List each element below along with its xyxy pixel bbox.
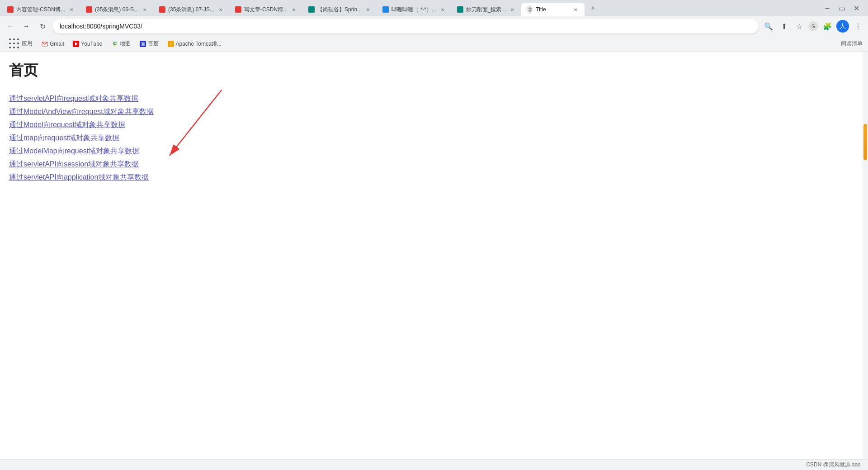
- tomcat-bookmark[interactable]: T Apache Tomcat®...: [164, 39, 225, 49]
- maps-bookmark[interactable]: 地图: [108, 38, 134, 49]
- bookmarks-bar: 应用 Gmail YouTube 地图: [0, 36, 868, 52]
- tab-close-2[interactable]: ✕: [141, 6, 148, 13]
- tab-close-3[interactable]: ✕: [217, 6, 224, 13]
- browser-window: 内容管理-CSDN博... ✕ (35条消息) 06-S... ✕ (35条消息…: [0, 0, 868, 470]
- page-content: 首页 通过servletAPI向request域对象共享数据 通过ModelAn…: [0, 52, 868, 459]
- gmail-bookmark[interactable]: Gmail: [38, 39, 67, 49]
- tab-label-1: 内容管理-CSDN博...: [16, 6, 65, 14]
- more-options-icon[interactable]: ⋮: [852, 20, 864, 33]
- tab-favicon-7: [457, 6, 463, 13]
- forward-button[interactable]: →: [20, 20, 33, 33]
- status-text: CSDN @清风微凉 aaa: [806, 461, 861, 469]
- window-controls: – ▭ ✕: [821, 2, 866, 14]
- new-tab-button[interactable]: +: [586, 2, 599, 14]
- profile-avatar[interactable]: 人: [836, 20, 849, 33]
- svg-point-10: [114, 43, 115, 44]
- apps-grid-icon: [9, 38, 20, 49]
- baidu-icon: 百: [140, 41, 146, 47]
- extensions-icon[interactable]: 🧩: [821, 20, 834, 33]
- link-2[interactable]: 通过ModelAndView向request域对象共享数据: [9, 107, 154, 117]
- address-bar: ← → ↻ 🔍 ⬆ ☆ G 🧩 人 ⋮: [0, 16, 868, 36]
- maps-label: 地图: [120, 40, 131, 47]
- tab-label-2: (35条消息) 06-S...: [95, 6, 138, 14]
- share-icon[interactable]: ⬆: [778, 20, 790, 33]
- tab-close-6[interactable]: ✕: [439, 6, 446, 13]
- tab-favicon-1: [7, 6, 14, 13]
- toolbar-icons: 🔍 ⬆ ☆ G 🧩 人 ⋮: [762, 20, 864, 33]
- tab-label-6: 哔哩哔哩（ *-*）...: [392, 6, 436, 14]
- link-list: 通过servletAPI向request域对象共享数据 通过ModelAndVi…: [9, 94, 859, 182]
- apps-bookmark[interactable]: 应用: [5, 37, 36, 51]
- tab-label-8: Title: [536, 6, 569, 13]
- youtube-icon: [73, 41, 79, 47]
- link-3[interactable]: 通过Model向request域对象共享数据: [9, 120, 125, 130]
- youtube-bookmark[interactable]: YouTube: [69, 39, 106, 49]
- tab-close-5[interactable]: ✕: [364, 6, 372, 13]
- back-button[interactable]: ←: [4, 20, 16, 33]
- tab-favicon-6: [382, 6, 389, 13]
- tomcat-label: Apache Tomcat®...: [176, 41, 222, 47]
- gmail-icon: [42, 41, 48, 47]
- svg-text:G: G: [811, 24, 815, 29]
- link-5[interactable]: 通过ModelMap向request域对象共享数据: [9, 147, 139, 156]
- refresh-button[interactable]: ↻: [36, 20, 49, 33]
- tab-favicon-3: [159, 6, 165, 13]
- tab-favicon-5: [308, 6, 315, 13]
- svg-text:百: 百: [141, 42, 145, 47]
- tab-4[interactable]: 写文章-CSDN博... ✕: [230, 3, 303, 16]
- tab-3[interactable]: (35条消息) 07-JS... ✕: [154, 3, 230, 16]
- minimize-button[interactable]: –: [821, 2, 834, 14]
- status-bar: CSDN @清风微凉 aaa: [0, 459, 868, 470]
- tab-5[interactable]: 【尚硅谷】Sprin... ✕: [303, 3, 377, 16]
- tab-favicon-4: [235, 6, 241, 13]
- tab-8[interactable]: Title ✕: [521, 3, 585, 16]
- apps-label: 应用: [22, 40, 33, 47]
- tab-favicon-8: [527, 6, 533, 13]
- bookmark-star-icon[interactable]: ☆: [793, 20, 806, 33]
- baidu-bookmark[interactable]: 百 百度: [136, 38, 162, 49]
- tab-label-4: 写文章-CSDN博...: [244, 6, 288, 14]
- link-4[interactable]: 通过map向request域对象共享数据: [9, 133, 120, 143]
- reading-list[interactable]: 阅读清单: [841, 40, 863, 47]
- tab-close-8[interactable]: ✕: [572, 6, 579, 13]
- maximize-button[interactable]: ▭: [835, 2, 848, 14]
- url-input[interactable]: [52, 19, 759, 33]
- svg-text:T: T: [170, 43, 172, 47]
- youtube-label: YouTube: [81, 41, 102, 47]
- link-7[interactable]: 通过servletAPI向application域对象共享数据: [9, 173, 149, 182]
- search-icon[interactable]: 🔍: [762, 20, 775, 33]
- tomcat-icon: T: [168, 41, 174, 47]
- tab-label-3: (35条消息) 07-JS...: [168, 6, 214, 14]
- tab-7[interactable]: 炒刀削面_搜索... ✕: [452, 3, 522, 16]
- link-1[interactable]: 通过servletAPI向request域对象共享数据: [9, 94, 138, 104]
- tab-1[interactable]: 内容管理-CSDN博... ✕: [2, 3, 80, 16]
- tab-bar: 内容管理-CSDN博... ✕ (35条消息) 06-S... ✕ (35条消息…: [0, 0, 868, 16]
- link-6[interactable]: 通过servletAPI向session域对象共享数据: [9, 160, 139, 169]
- reading-list-label: 阅读清单: [841, 40, 863, 47]
- google-account-icon[interactable]: G: [808, 21, 818, 31]
- scrollbar-thumb[interactable]: [863, 124, 867, 160]
- tab-close-4[interactable]: ✕: [290, 6, 297, 13]
- tab-label-5: 【尚硅谷】Sprin...: [317, 6, 362, 14]
- tab-label-7: 炒刀削面_搜索...: [466, 6, 506, 14]
- close-button[interactable]: ✕: [850, 2, 863, 14]
- scrollbar[interactable]: [863, 52, 868, 459]
- tab-close-7[interactable]: ✕: [509, 6, 516, 13]
- tab-close-1[interactable]: ✕: [68, 6, 75, 13]
- tab-2[interactable]: (35条消息) 06-S... ✕: [80, 3, 154, 16]
- tab-6[interactable]: 哔哩哔哩（ *-*）... ✕: [377, 3, 452, 16]
- globe-icon: [527, 6, 533, 13]
- tab-favicon-2: [86, 6, 92, 13]
- page-title: 首页: [9, 61, 859, 81]
- maps-icon: [112, 41, 118, 47]
- gmail-label: Gmail: [50, 41, 64, 47]
- baidu-label: 百度: [148, 40, 159, 47]
